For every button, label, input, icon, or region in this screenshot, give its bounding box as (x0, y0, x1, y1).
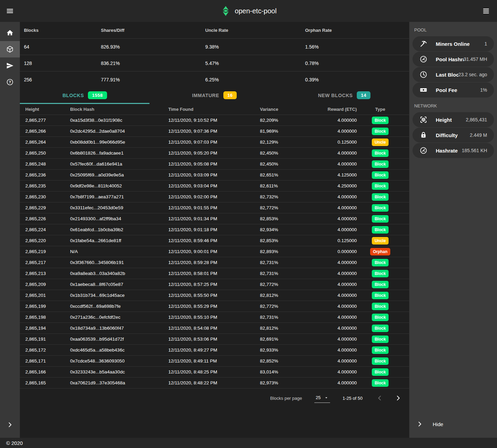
hide-panel-button[interactable]: Hide (409, 416, 497, 432)
cell-reward: 4.000000 (315, 194, 357, 199)
table-row[interactable]: 2,865,2130xa9a8eab3...03a340a82b12/11/20… (20, 268, 409, 279)
type-badge: Block (372, 128, 389, 135)
blocks-col-header: Reward (ETC) (315, 107, 357, 112)
app-title: open-etc-pool (235, 7, 276, 15)
cell-hash: 0x1b31b734...69c1d45ace (70, 293, 168, 298)
cell-time: 12/11/2020, 8:58:01 PM (168, 271, 260, 276)
cell-height: 2,865,266 (25, 129, 70, 134)
table-row[interactable]: 2,865,1940x18d734a9...13b6060f4712/11/20… (20, 323, 409, 334)
cell-variance: 82,853% (260, 238, 315, 243)
cell-reward: 4.000000 (315, 369, 357, 374)
cell-variance: 82,731% (260, 271, 315, 276)
tab-immature[interactable]: IMMATURE16 (149, 88, 279, 104)
cell-reward: 4.250000 (315, 183, 357, 188)
cell-type: Uncle (357, 139, 404, 146)
cell-variance: 82,129% (260, 140, 315, 145)
tab-new-blocks[interactable]: NEW BLOCKS14 (279, 88, 409, 104)
tab-blocks[interactable]: BLOCKS1558 (20, 88, 149, 104)
table-row[interactable]: 2,865,2010x1b31b734...69c1d45ace12/11/20… (20, 290, 409, 301)
sidebar-item-home[interactable] (0, 25, 20, 41)
cell-type: Block (357, 379, 404, 387)
panel-item-label: Difficulty (436, 132, 470, 138)
previous-page-button[interactable] (375, 393, 384, 403)
tab-label: IMMATURE (192, 93, 219, 98)
send-icon (6, 62, 14, 69)
table-row[interactable]: 2,865,1720xdc465d5a...a58beb436c12/11/20… (20, 345, 409, 356)
cell-hash: N/A (70, 249, 168, 254)
sidebar-item-blocks[interactable] (0, 41, 20, 57)
cell-type: Block (357, 270, 404, 277)
cell-height: 2,865,201 (25, 293, 70, 298)
table-row[interactable]: 2,865,219N/A12/11/2020, 9:00:01 PM82,893… (20, 246, 409, 257)
stats-cell: 256 (24, 77, 101, 82)
banknote-icon (419, 86, 428, 94)
stats-table-body: 64826.93%9.38%1.56%128836.21%5.47%0.78%2… (20, 38, 409, 88)
left-menu-button[interactable] (0, 0, 20, 22)
pager-nav (375, 393, 403, 403)
cell-reward: 4.000000 (315, 337, 357, 342)
cell-time: 12/11/2020, 9:05:08 PM (168, 161, 260, 167)
panel-item-difficulty[interactable]: Difficulty2.449 M (413, 128, 494, 143)
panel-item-pool-hashrate[interactable]: Pool Hashrate31.457 MH (413, 52, 494, 67)
cube-icon (6, 45, 14, 53)
panel-item-hashrate[interactable]: Hashrate185.561 KH (413, 143, 494, 158)
table-row[interactable]: 2,865,2300x7b8f7199...aea377a27112/11/20… (20, 192, 409, 202)
cell-variance: 82,852% (260, 358, 315, 364)
page-size-select[interactable]: 25 (314, 393, 330, 403)
table-row[interactable]: 2,865,2500x6b801826...fa9adcaee112/11/20… (20, 148, 409, 159)
table-row[interactable]: 2,865,2360x25095f69...a0d39e9e5a12/11/20… (20, 170, 409, 181)
left-nav-rail: ? (0, 22, 20, 438)
table-row[interactable]: 2,865,2480x57fec60f...da616e941a12/11/20… (20, 159, 409, 170)
table-row[interactable]: 2,865,1710x7cdce548...363609305012/11/20… (20, 356, 409, 367)
table-row[interactable]: 2,865,2240x61eabfcd...1b0cba39b212/11/20… (20, 224, 409, 235)
hamburger-menu-icon (482, 7, 490, 15)
sidebar-item-help[interactable]: ? (0, 74, 20, 90)
table-row[interactable]: 2,865,2200x1fabe54a...2661de81ff12/11/20… (20, 235, 409, 246)
stats-table-header: BlocksShares/DiffUncle RateOrphan Rate (20, 22, 409, 38)
cell-reward: 4.000000 (315, 205, 357, 210)
table-row[interactable]: 2,865,2350x9df2e98e...811fc4005212/11/20… (20, 181, 409, 192)
cell-height: 2,865,198 (25, 315, 70, 320)
cell-reward: 4.000000 (315, 282, 357, 287)
cell-reward: 4.000000 (315, 358, 357, 364)
panel-item-height[interactable]: Height2,865,431 (413, 112, 494, 127)
stats-cell: 9.38% (205, 44, 305, 50)
cell-variance: 82,933% (260, 347, 315, 353)
home-icon (6, 29, 14, 37)
table-row[interactable]: 2,865,2260x21493300...af2ff9ba3412/11/20… (20, 213, 409, 224)
table-row[interactable]: 2,865,2170x3f367660...345806b19112/11/20… (20, 257, 409, 268)
right-menu-button[interactable] (477, 0, 495, 22)
panel-item-pool-fee[interactable]: Pool Fee1% (413, 82, 494, 97)
collapse-rail-button[interactable] (0, 417, 20, 433)
type-badge: Block (372, 325, 389, 332)
cell-height: 2,865,235 (25, 183, 70, 188)
chevron-right-icon (6, 421, 13, 428)
panel-item-miners-online[interactable]: Miners Online1 (413, 36, 494, 51)
blocks-col-header: Block Hash (70, 107, 168, 112)
table-row[interactable]: 2,865,2090x1aebeca8...8f67c05e8712/11/20… (20, 279, 409, 290)
table-row[interactable]: 2,865,2660x2dc4295d...2dae0a870412/11/20… (20, 126, 409, 137)
table-row[interactable]: 2,865,1910xaa063539...b95d41d72f12/11/20… (20, 334, 409, 345)
table-row[interactable]: 2,865,2290x3311efec...20453d0e5912/11/20… (20, 202, 409, 213)
next-page-button[interactable] (393, 393, 403, 403)
cell-type: Block (357, 171, 404, 179)
stats-col-header: Uncle Rate (205, 28, 305, 33)
cell-time: 12/11/2020, 9:03:04 PM (168, 183, 260, 188)
panel-item-last-block-fo-[interactable]: Last Block Fo…23.2 sec. ago (413, 67, 494, 82)
network-items: Height2,865,431Difficulty2.449 MHashrate… (409, 112, 497, 158)
table-row[interactable]: 2,865,1660x3233243e...b5a4aa30dc12/11/20… (20, 367, 409, 378)
table-row[interactable]: 2,865,2770xa15d3f38...0e31f1908c12/11/20… (20, 115, 409, 126)
type-badge: Block (372, 292, 389, 299)
table-row[interactable]: 2,865,1650xa70621d9...37e305468a12/11/20… (20, 378, 409, 388)
cell-time: 12/11/2020, 8:55:29 PM (168, 304, 260, 309)
table-row[interactable]: 2,865,1980x271a236c...0efcfdf2ec12/11/20… (20, 312, 409, 323)
table-row[interactable]: 2,865,1990xccdf562f...69a698b7fe12/11/20… (20, 301, 409, 312)
type-badge: Uncle (372, 237, 389, 245)
clock-icon (419, 70, 428, 79)
cell-time: 12/11/2020, 9:05:20 PM (168, 150, 260, 156)
stats-cell: 64 (24, 44, 101, 50)
sidebar-item-payments[interactable] (0, 57, 20, 74)
table-row[interactable]: 2,865,2640xb08dd0b1...99e066d95e12/11/20… (20, 137, 409, 148)
cell-type: Block (357, 335, 404, 343)
cell-reward: 4.000000 (315, 315, 357, 320)
